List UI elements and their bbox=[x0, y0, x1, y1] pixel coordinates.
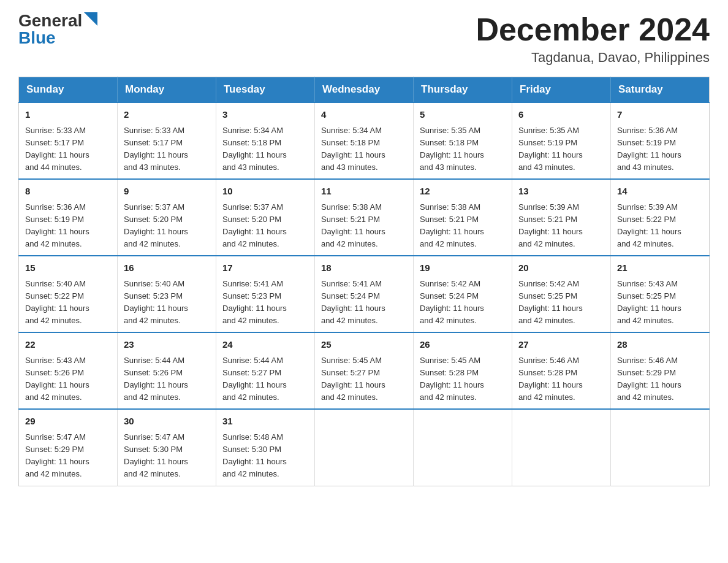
day-info: Sunrise: 5:48 AMSunset: 5:30 PMDaylight:… bbox=[222, 431, 308, 481]
day-number: 8 bbox=[25, 185, 111, 199]
day-info: Sunrise: 5:38 AMSunset: 5:21 PMDaylight:… bbox=[321, 201, 407, 251]
day-number: 16 bbox=[124, 261, 210, 275]
page-header: General Blue December 2024 Tagdanua, Dav… bbox=[18, 12, 710, 66]
week-row-5: 29Sunrise: 5:47 AMSunset: 5:29 PMDayligh… bbox=[19, 409, 710, 486]
week-row-2: 8Sunrise: 5:36 AMSunset: 5:19 PMDaylight… bbox=[19, 179, 710, 256]
calendar-cell bbox=[512, 409, 611, 486]
calendar-cell: 13Sunrise: 5:39 AMSunset: 5:21 PMDayligh… bbox=[512, 179, 611, 256]
day-info: Sunrise: 5:35 AMSunset: 5:18 PMDaylight:… bbox=[420, 124, 506, 174]
month-year-title: December 2024 bbox=[476, 12, 710, 47]
day-number: 2 bbox=[124, 108, 210, 122]
calendar-cell bbox=[414, 409, 512, 486]
day-of-week-saturday: Saturday bbox=[611, 77, 710, 103]
day-info: Sunrise: 5:33 AMSunset: 5:17 PMDaylight:… bbox=[124, 124, 210, 174]
day-info: Sunrise: 5:43 AMSunset: 5:26 PMDaylight:… bbox=[25, 354, 111, 404]
day-of-week-thursday: Thursday bbox=[414, 77, 512, 103]
calendar-cell: 24Sunrise: 5:44 AMSunset: 5:27 PMDayligh… bbox=[216, 332, 315, 409]
day-info: Sunrise: 5:44 AMSunset: 5:27 PMDaylight:… bbox=[222, 354, 308, 404]
day-info: Sunrise: 5:39 AMSunset: 5:21 PMDaylight:… bbox=[518, 201, 604, 251]
day-number: 3 bbox=[222, 108, 308, 122]
logo-arrow-icon bbox=[84, 12, 97, 26]
day-number: 26 bbox=[420, 338, 506, 352]
day-number: 11 bbox=[321, 185, 407, 199]
day-number: 12 bbox=[420, 185, 506, 199]
calendar-cell: 11Sunrise: 5:38 AMSunset: 5:21 PMDayligh… bbox=[315, 179, 414, 256]
calendar-cell: 10Sunrise: 5:37 AMSunset: 5:20 PMDayligh… bbox=[216, 179, 315, 256]
day-info: Sunrise: 5:36 AMSunset: 5:19 PMDaylight:… bbox=[25, 201, 111, 251]
day-number: 21 bbox=[617, 261, 703, 275]
calendar-cell: 7Sunrise: 5:36 AMSunset: 5:19 PMDaylight… bbox=[611, 102, 710, 179]
calendar-cell: 28Sunrise: 5:46 AMSunset: 5:29 PMDayligh… bbox=[611, 332, 710, 409]
day-number: 24 bbox=[222, 338, 308, 352]
day-number: 6 bbox=[518, 108, 604, 122]
calendar-cell bbox=[315, 409, 414, 486]
day-info: Sunrise: 5:36 AMSunset: 5:19 PMDaylight:… bbox=[617, 124, 703, 174]
day-number: 4 bbox=[321, 108, 407, 122]
calendar-cell: 8Sunrise: 5:36 AMSunset: 5:19 PMDaylight… bbox=[19, 179, 118, 256]
day-number: 5 bbox=[420, 108, 506, 122]
day-info: Sunrise: 5:41 AMSunset: 5:24 PMDaylight:… bbox=[321, 278, 407, 327]
calendar-cell: 25Sunrise: 5:45 AMSunset: 5:27 PMDayligh… bbox=[315, 332, 414, 409]
day-of-week-friday: Friday bbox=[512, 77, 611, 103]
day-info: Sunrise: 5:37 AMSunset: 5:20 PMDaylight:… bbox=[124, 201, 210, 251]
day-info: Sunrise: 5:33 AMSunset: 5:17 PMDaylight:… bbox=[25, 124, 111, 174]
calendar-cell: 4Sunrise: 5:34 AMSunset: 5:18 PMDaylight… bbox=[315, 102, 414, 179]
calendar-cell: 5Sunrise: 5:35 AMSunset: 5:18 PMDaylight… bbox=[414, 102, 512, 179]
day-number: 30 bbox=[124, 415, 210, 429]
day-info: Sunrise: 5:39 AMSunset: 5:22 PMDaylight:… bbox=[617, 201, 703, 251]
calendar-cell: 14Sunrise: 5:39 AMSunset: 5:22 PMDayligh… bbox=[611, 179, 710, 256]
calendar-header-row: SundayMondayTuesdayWednesdayThursdayFrid… bbox=[19, 77, 710, 103]
calendar-cell: 16Sunrise: 5:40 AMSunset: 5:23 PMDayligh… bbox=[118, 256, 216, 332]
title-block: December 2024 Tagdanua, Davao, Philippin… bbox=[476, 12, 710, 66]
day-info: Sunrise: 5:43 AMSunset: 5:25 PMDaylight:… bbox=[617, 278, 703, 327]
day-info: Sunrise: 5:47 AMSunset: 5:30 PMDaylight:… bbox=[124, 431, 210, 481]
day-number: 29 bbox=[25, 415, 111, 429]
day-number: 9 bbox=[124, 185, 210, 199]
day-info: Sunrise: 5:34 AMSunset: 5:18 PMDaylight:… bbox=[321, 124, 407, 174]
day-number: 25 bbox=[321, 338, 407, 352]
day-info: Sunrise: 5:38 AMSunset: 5:21 PMDaylight:… bbox=[420, 201, 506, 251]
day-info: Sunrise: 5:41 AMSunset: 5:23 PMDaylight:… bbox=[222, 278, 308, 327]
day-info: Sunrise: 5:46 AMSunset: 5:29 PMDaylight:… bbox=[617, 354, 703, 404]
location-subtitle: Tagdanua, Davao, Philippines bbox=[476, 50, 710, 66]
day-info: Sunrise: 5:34 AMSunset: 5:18 PMDaylight:… bbox=[222, 124, 308, 174]
logo: General Blue bbox=[18, 12, 97, 47]
logo-blue-text: Blue bbox=[18, 29, 56, 47]
day-of-week-tuesday: Tuesday bbox=[216, 77, 315, 103]
calendar-cell: 20Sunrise: 5:42 AMSunset: 5:25 PMDayligh… bbox=[512, 256, 611, 332]
calendar-cell: 3Sunrise: 5:34 AMSunset: 5:18 PMDaylight… bbox=[216, 102, 315, 179]
week-row-3: 15Sunrise: 5:40 AMSunset: 5:22 PMDayligh… bbox=[19, 256, 710, 332]
day-number: 18 bbox=[321, 261, 407, 275]
calendar-cell: 12Sunrise: 5:38 AMSunset: 5:21 PMDayligh… bbox=[414, 179, 512, 256]
calendar-cell: 31Sunrise: 5:48 AMSunset: 5:30 PMDayligh… bbox=[216, 409, 315, 486]
day-number: 17 bbox=[222, 261, 308, 275]
day-info: Sunrise: 5:40 AMSunset: 5:22 PMDaylight:… bbox=[25, 278, 111, 327]
calendar-cell: 2Sunrise: 5:33 AMSunset: 5:17 PMDaylight… bbox=[118, 102, 216, 179]
logo-general-text: General bbox=[18, 12, 82, 29]
day-info: Sunrise: 5:45 AMSunset: 5:27 PMDaylight:… bbox=[321, 354, 407, 404]
svg-marker-0 bbox=[84, 12, 97, 26]
day-info: Sunrise: 5:44 AMSunset: 5:26 PMDaylight:… bbox=[124, 354, 210, 404]
day-info: Sunrise: 5:37 AMSunset: 5:20 PMDaylight:… bbox=[222, 201, 308, 251]
calendar-cell: 26Sunrise: 5:45 AMSunset: 5:28 PMDayligh… bbox=[414, 332, 512, 409]
day-of-week-monday: Monday bbox=[118, 77, 216, 103]
calendar-cell bbox=[611, 409, 710, 486]
calendar-cell: 21Sunrise: 5:43 AMSunset: 5:25 PMDayligh… bbox=[611, 256, 710, 332]
day-info: Sunrise: 5:45 AMSunset: 5:28 PMDaylight:… bbox=[420, 354, 506, 404]
calendar-cell: 22Sunrise: 5:43 AMSunset: 5:26 PMDayligh… bbox=[19, 332, 118, 409]
calendar-cell: 27Sunrise: 5:46 AMSunset: 5:28 PMDayligh… bbox=[512, 332, 611, 409]
day-info: Sunrise: 5:46 AMSunset: 5:28 PMDaylight:… bbox=[518, 354, 604, 404]
calendar-cell: 15Sunrise: 5:40 AMSunset: 5:22 PMDayligh… bbox=[19, 256, 118, 332]
calendar-cell: 1Sunrise: 5:33 AMSunset: 5:17 PMDaylight… bbox=[19, 102, 118, 179]
calendar-cell: 30Sunrise: 5:47 AMSunset: 5:30 PMDayligh… bbox=[118, 409, 216, 486]
calendar-cell: 9Sunrise: 5:37 AMSunset: 5:20 PMDaylight… bbox=[118, 179, 216, 256]
day-number: 20 bbox=[518, 261, 604, 275]
calendar-cell: 19Sunrise: 5:42 AMSunset: 5:24 PMDayligh… bbox=[414, 256, 512, 332]
day-number: 1 bbox=[25, 108, 111, 122]
day-number: 22 bbox=[25, 338, 111, 352]
day-number: 23 bbox=[124, 338, 210, 352]
calendar-cell: 17Sunrise: 5:41 AMSunset: 5:23 PMDayligh… bbox=[216, 256, 315, 332]
day-number: 28 bbox=[617, 338, 703, 352]
calendar-cell: 6Sunrise: 5:35 AMSunset: 5:19 PMDaylight… bbox=[512, 102, 611, 179]
day-number: 27 bbox=[518, 338, 604, 352]
